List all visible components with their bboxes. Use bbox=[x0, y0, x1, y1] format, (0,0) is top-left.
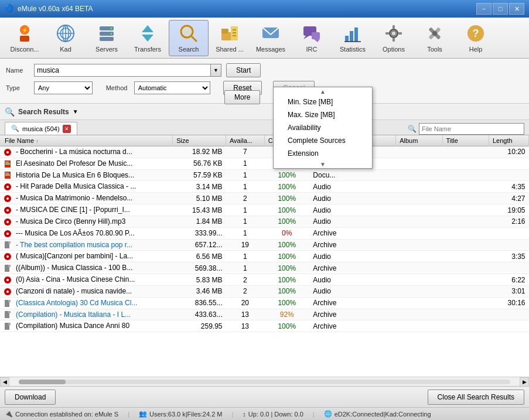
table-row[interactable]: --- Musica De Los AÃ±os 70.80.90 P...333… bbox=[0, 227, 529, 239]
start-button[interactable]: Start bbox=[226, 63, 261, 77]
table-row[interactable]: - Musica De Circo (Benny Hill).mp31.84 M… bbox=[0, 216, 529, 227]
toolbar-help[interactable]: ? Help bbox=[456, 20, 496, 56]
table-row[interactable]: El Asesinato Del Profesor De Music...56.… bbox=[0, 158, 529, 169]
file-type-icon bbox=[4, 322, 13, 330]
more-button[interactable]: More bbox=[224, 90, 260, 104]
method-select[interactable]: Automatic Global (eDonkey) Global (Kad) … bbox=[134, 81, 210, 94]
table-row[interactable]: (Classica Antologia) 30 Cd Musica Cl...8… bbox=[0, 297, 529, 309]
col-header-length[interactable]: Length bbox=[489, 135, 528, 146]
results-table-wrap[interactable]: File Name ↑ Size Availa... Comple... Typ… bbox=[0, 135, 529, 377]
col-header-availability[interactable]: Availa... bbox=[226, 135, 264, 146]
help-icon: ? bbox=[465, 23, 486, 44]
dropdown-scroll-down[interactable]: ▼ bbox=[274, 160, 372, 168]
options-icon bbox=[383, 23, 404, 44]
table-row[interactable]: - The best compilation musica pop r...65… bbox=[0, 239, 529, 251]
dropdown-item-availability[interactable]: Availability bbox=[274, 121, 372, 134]
svg-rect-37 bbox=[393, 38, 395, 42]
dropdown-item-maxsize[interactable]: Max. Size [MB] bbox=[274, 108, 372, 121]
hscroll-left[interactable]: ◀ bbox=[0, 377, 9, 387]
cell-complete: 100% bbox=[264, 297, 309, 309]
cell-length: 30:16 bbox=[489, 297, 528, 309]
table-row[interactable]: - Hit Parade Della Musica Classica - ...… bbox=[0, 181, 529, 193]
cell-artist bbox=[349, 169, 395, 181]
kad-label: Kad bbox=[60, 46, 71, 53]
table-row[interactable]: (Compilation) - Musica Italiana - I L...… bbox=[0, 309, 529, 320]
messages-label: Messages bbox=[256, 46, 285, 53]
search-panel: Name ▼ Start Type Any Audio Video Archiv… bbox=[0, 59, 529, 104]
svg-rect-31 bbox=[350, 31, 353, 42]
toolbar-kad[interactable]: Kad bbox=[46, 20, 86, 56]
search-tab[interactable]: 🔍 musica (504) ✕ bbox=[5, 122, 77, 135]
dropdown-scroll-up[interactable]: ▲ bbox=[274, 87, 372, 95]
svg-rect-38 bbox=[385, 32, 389, 35]
table-row[interactable]: (Compilation) Musica Dance Anni 80259.95… bbox=[0, 320, 529, 332]
toolbar-servers[interactable]: Servers bbox=[87, 20, 127, 56]
cell-filename: ( Musica)[Canzoni per bambini] - La... bbox=[0, 251, 173, 262]
toolbar-messages[interactable]: Messages bbox=[251, 20, 291, 56]
table-row[interactable]: Historia De La Musica En 6 Bloques...57.… bbox=[0, 169, 529, 181]
toolbar-statistics[interactable]: Statistics bbox=[333, 20, 373, 56]
svg-marker-29 bbox=[314, 39, 320, 42]
cell-title bbox=[442, 251, 489, 262]
toolbar-transfers[interactable]: Transfers bbox=[128, 20, 168, 56]
cell-artist bbox=[349, 193, 395, 204]
cell-artist bbox=[349, 262, 395, 274]
cell-complete: 100% bbox=[264, 320, 309, 332]
search-input[interactable] bbox=[34, 64, 211, 77]
shared-icon bbox=[219, 23, 240, 44]
dropdown-item-completesources[interactable]: Complete Sources bbox=[274, 134, 372, 147]
hscroll-thumb[interactable] bbox=[19, 380, 66, 384]
col-header-size[interactable]: Size bbox=[173, 135, 226, 146]
toolbar-options[interactable]: Options bbox=[374, 20, 414, 56]
toolbar-shared[interactable]: Shared ... bbox=[210, 20, 250, 56]
svg-line-17 bbox=[191, 36, 196, 41]
toolbar-irc[interactable]: IRC bbox=[292, 20, 332, 56]
tab-search-input[interactable] bbox=[419, 123, 524, 135]
table-row[interactable]: (Canzoni di natale) - musica navide...3.… bbox=[0, 285, 529, 297]
cell-size: 57.59 KB bbox=[173, 169, 226, 181]
minimize-button[interactable]: − bbox=[476, 3, 492, 15]
type-select[interactable]: Any Audio Video Archive Document Image bbox=[34, 81, 93, 94]
toolbar-tools[interactable]: Tools bbox=[415, 20, 455, 56]
table-row[interactable]: - Musica Da Matrimonio - Mendelso...5.10… bbox=[0, 193, 529, 204]
svg-rect-19 bbox=[221, 32, 232, 40]
connection-icon: 🔌 bbox=[5, 410, 13, 418]
table-row[interactable]: ( Musica)[Canzoni per bambini] - La...6.… bbox=[0, 251, 529, 262]
cell-complete: 92% bbox=[264, 309, 309, 320]
table-row[interactable]: - Boccherini - La música nocturna d...18… bbox=[0, 146, 529, 158]
col-header-album[interactable]: Album bbox=[396, 135, 442, 146]
download-button[interactable]: Download bbox=[5, 390, 56, 405]
cell-size: 5.83 MB bbox=[173, 274, 226, 286]
results-dropdown[interactable]: ▼ bbox=[73, 108, 79, 115]
col-header-title[interactable]: Title bbox=[442, 135, 489, 146]
cell-length bbox=[489, 239, 528, 251]
cell-length: 3:35 bbox=[489, 251, 528, 262]
results-icon: 🔍 bbox=[5, 107, 15, 117]
table-row[interactable]: (0) Asia - Cina - Musica Cinese Chin...5… bbox=[0, 274, 529, 286]
close-all-button[interactable]: Close All Search Results bbox=[428, 390, 524, 405]
app-title: eMule v0.60a x64 BETA bbox=[18, 5, 93, 13]
hscroll-right[interactable]: ▶ bbox=[520, 377, 529, 387]
dropdown-item-minsize[interactable]: Min. Size [MB] bbox=[274, 95, 372, 108]
toolbar-search[interactable]: Search bbox=[169, 20, 209, 56]
network-icon: 🌐 bbox=[324, 410, 332, 418]
cell-complete: 100% bbox=[264, 216, 309, 227]
cell-title bbox=[442, 309, 489, 320]
file-type-icon bbox=[4, 182, 13, 190]
close-button[interactable]: ✕ bbox=[509, 3, 524, 15]
tab-close-button[interactable]: ✕ bbox=[63, 125, 71, 133]
col-header-filename[interactable]: File Name ↑ bbox=[0, 135, 173, 146]
horizontal-scrollbar[interactable]: ◀ ▶ bbox=[0, 377, 529, 386]
cell-complete: 100% bbox=[264, 181, 309, 193]
cell-artist bbox=[349, 251, 395, 262]
cell-type: Archive bbox=[309, 309, 349, 320]
users-icon: 👥 bbox=[139, 410, 147, 418]
maximize-button[interactable]: □ bbox=[493, 3, 508, 15]
search-dropdown-button[interactable]: ▼ bbox=[211, 64, 221, 77]
tools-label: Tools bbox=[427, 46, 442, 53]
dropdown-item-extension[interactable]: Extension bbox=[274, 147, 372, 160]
table-row[interactable]: ((Album)) - Musica Classica - 100 B...56… bbox=[0, 262, 529, 274]
tab-bar: 🔍 musica (504) ✕ 🔍 bbox=[0, 120, 529, 135]
table-row[interactable]: - MUSICA DE CINE [1] - [Popurri_I...15.4… bbox=[0, 204, 529, 216]
toolbar-disconnect[interactable]: ⚡ Disconn... bbox=[5, 20, 45, 56]
